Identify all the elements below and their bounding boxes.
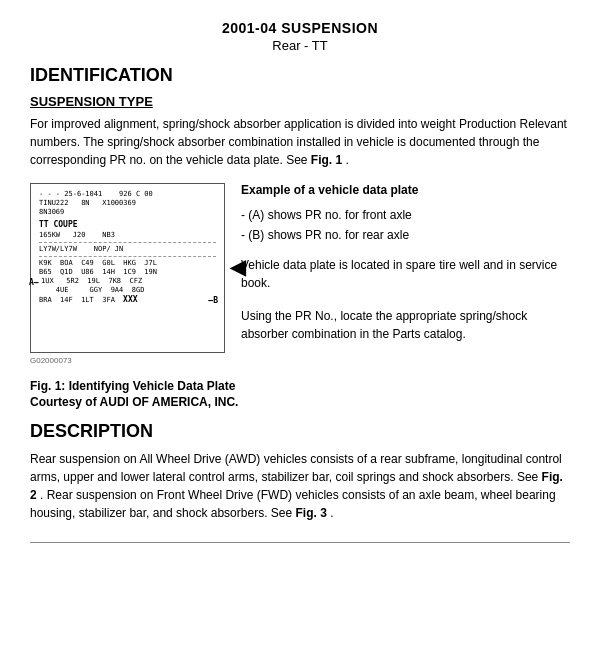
figure1-section: - - - 25-6-1041 926 C 00 TINU222 8N X100… — [30, 183, 570, 369]
plate-codes-3: A— 1UX 5R2 19L 7K8 CFZ — [39, 277, 216, 286]
page-subtitle: Rear - TT — [30, 38, 570, 53]
fig-num: G02000073 — [30, 356, 225, 365]
plate-line3: 8N3069 — [39, 208, 216, 217]
plate-tt-coupe: TT COUPE — [39, 220, 216, 230]
plate-codes-2: B65 Q1D U86 14H 1C9 19N — [39, 268, 216, 277]
page-title: 2001-04 SUSPENSION — [30, 20, 570, 36]
example-body2: Using the PR No., locate the appropriate… — [241, 307, 570, 343]
plate-kw: 165KW J20 NB3 — [39, 231, 216, 240]
fig1-caption: Fig. 1: Identifying Vehicle Data Plate — [30, 379, 570, 393]
example-title: Example of a vehicle data plate — [241, 183, 570, 197]
fig3-link[interactable]: Fig. 3 — [296, 506, 327, 520]
description-heading: DESCRIPTION — [30, 421, 570, 442]
example-list: (A) shows PR no. for front axle (B) show… — [241, 205, 570, 246]
fig1-link[interactable]: Fig. 1 — [311, 153, 342, 167]
plate-line1: - - - 25-6-1041 926 C 00 — [39, 190, 216, 199]
data-plate-box: - - - 25-6-1041 926 C 00 TINU222 8N X100… — [30, 183, 225, 353]
arrow-right-icon: ◀ — [230, 255, 245, 279]
suspension-type-body: For improved alignment, spring/shock abs… — [30, 115, 570, 169]
page-container: 2001-04 SUSPENSION Rear - TT IDENTIFICAT… — [0, 0, 600, 646]
page-divider — [30, 542, 570, 543]
plate-color: LY7W/LY7W NOP/ JN — [39, 245, 216, 254]
suspension-type-heading: SUSPENSION TYPE — [30, 94, 570, 109]
description-section: DESCRIPTION Rear suspension on All Wheel… — [30, 421, 570, 522]
arrow-a-label: A— — [29, 278, 39, 288]
description-body: Rear suspension on All Wheel Drive (AWD)… — [30, 450, 570, 522]
figure-description: Example of a vehicle data plate (A) show… — [241, 183, 570, 343]
example-list-item-b: (B) shows PR no. for rear axle — [241, 225, 570, 245]
example-body1: Vehicle data plate is located in spare t… — [241, 256, 570, 292]
plate-line2: TINU222 8N X1000369 — [39, 199, 216, 208]
arrow-b-label: —B — [208, 296, 218, 306]
example-list-item-a: (A) shows PR no. for front axle — [241, 205, 570, 225]
identification-section: IDENTIFICATION SUSPENSION TYPE For impro… — [30, 65, 570, 169]
plate-codes-5: BRA 14F 1LT 3FA XXX —B — [39, 295, 216, 305]
identification-heading: IDENTIFICATION — [30, 65, 570, 86]
page-header: 2001-04 SUSPENSION Rear - TT — [30, 20, 570, 53]
plate-codes-4: 4UE GGY 9A4 8GD — [39, 286, 216, 295]
fig1-courtesy: Courtesy of AUDI OF AMERICA, INC. — [30, 395, 570, 409]
plate-codes-1: K9K BOA C49 G0L HKG J7L — [39, 259, 216, 268]
